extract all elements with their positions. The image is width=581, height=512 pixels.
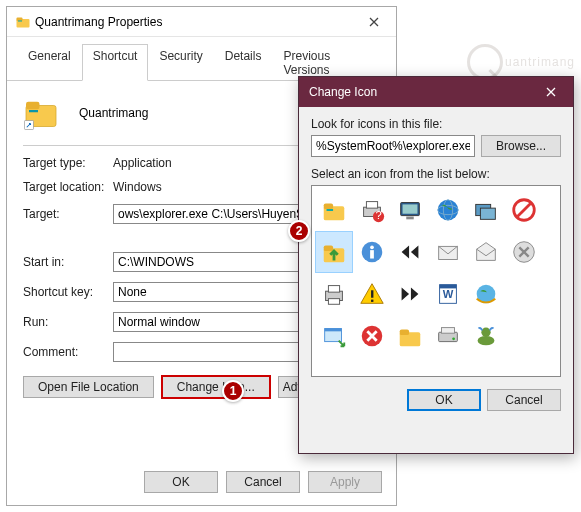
error-icon-glyph	[358, 322, 386, 350]
windows-stack-icon[interactable]	[468, 190, 504, 230]
svg-rect-15	[403, 204, 418, 213]
svg-point-17	[438, 200, 459, 221]
cross-grey-icon-glyph	[510, 238, 538, 266]
msn-icon[interactable]	[468, 316, 504, 356]
msn-icon-glyph	[472, 322, 500, 350]
properties-titlebar: Quantrimang Properties	[7, 7, 396, 37]
globe-icon-glyph	[434, 196, 462, 224]
change-icon-titlebar: Change Icon	[299, 77, 573, 107]
target-location-value: Windows	[113, 180, 162, 194]
shortcut-large-icon	[23, 95, 59, 131]
word-doc-icon[interactable]: W	[430, 274, 466, 314]
icon-list[interactable]: ?W	[311, 185, 561, 377]
blocked-icon[interactable]	[506, 190, 542, 230]
svg-point-27	[370, 245, 374, 249]
info-icon[interactable]	[354, 232, 390, 272]
svg-rect-32	[328, 286, 339, 293]
start-in-label: Start in:	[23, 255, 113, 269]
window-arrow-icon-glyph	[320, 322, 348, 350]
tab-general[interactable]: General	[17, 44, 82, 81]
blocked-icon-glyph	[510, 196, 538, 224]
dialog-cancel-button[interactable]: Cancel	[487, 389, 561, 411]
folder-icon[interactable]	[316, 190, 352, 230]
envelope-icon[interactable]	[430, 232, 466, 272]
drive-icon[interactable]	[430, 316, 466, 356]
blank-icon-glyph	[510, 280, 538, 308]
target-type-label: Target type:	[23, 156, 113, 170]
open-file-location-button[interactable]: Open File Location	[23, 376, 154, 398]
close-button[interactable]	[352, 7, 396, 37]
run-label: Run:	[23, 315, 113, 329]
fast-forward-icon-glyph	[396, 280, 424, 308]
icon-path-input[interactable]	[311, 135, 475, 157]
tab-shortcut[interactable]: Shortcut	[82, 44, 149, 81]
monitor-icon[interactable]	[392, 190, 428, 230]
dialog-buttons: OK Cancel Apply	[144, 471, 382, 493]
svg-rect-33	[328, 299, 339, 305]
svg-rect-34	[371, 290, 373, 297]
drive-icon-glyph	[434, 322, 462, 350]
folder-up-icon[interactable]	[316, 232, 352, 272]
error-icon[interactable]	[354, 316, 390, 356]
svg-rect-2	[18, 20, 22, 21]
svg-rect-25	[324, 245, 333, 251]
globe-net-icon[interactable]	[468, 274, 504, 314]
shortcut-key-label: Shortcut key:	[23, 285, 113, 299]
printer-help-icon[interactable]: ?	[354, 190, 390, 230]
look-for-label: Look for icons in this file:	[311, 117, 561, 131]
warning-icon[interactable]	[354, 274, 390, 314]
watermark-logo-icon	[467, 44, 503, 80]
rewind-icon[interactable]	[392, 232, 428, 272]
globe-icon[interactable]	[430, 190, 466, 230]
warning-icon-glyph	[358, 280, 386, 308]
svg-rect-44	[400, 329, 409, 335]
tab-security[interactable]: Security	[148, 44, 213, 81]
svg-point-48	[478, 336, 495, 345]
svg-point-46	[452, 337, 455, 340]
svg-rect-41	[325, 329, 342, 332]
dialog-close-button[interactable]	[529, 77, 573, 107]
dialog-ok-button[interactable]: OK	[407, 389, 481, 411]
close-icon	[369, 17, 379, 27]
blank-icon-glyph	[510, 322, 538, 350]
svg-rect-8	[324, 203, 333, 209]
change-icon-dialog: Change Icon Look for icons in this file:…	[298, 76, 574, 454]
envelope-open-icon-glyph	[472, 238, 500, 266]
envelope-open-icon[interactable]	[468, 232, 504, 272]
monitor-icon-glyph	[396, 196, 424, 224]
annotation-badge-1: 1	[222, 380, 244, 402]
close-icon	[546, 87, 556, 97]
globe-net-icon-glyph	[472, 280, 500, 308]
watermark-text: uantrimang	[505, 55, 575, 69]
blank-icon[interactable]	[506, 274, 542, 314]
svg-rect-16	[406, 217, 413, 220]
svg-rect-35	[371, 300, 373, 302]
change-icon-button[interactable]: Change Icon...	[162, 376, 270, 398]
browse-button[interactable]: Browse...	[481, 135, 561, 157]
printer-help-icon-glyph: ?	[358, 196, 386, 224]
envelope-icon-glyph	[434, 238, 462, 266]
printer-icon[interactable]	[316, 274, 352, 314]
svg-text:W: W	[443, 288, 454, 300]
target-label: Target:	[23, 207, 113, 221]
fast-forward-icon[interactable]	[392, 274, 428, 314]
window-arrow-icon[interactable]	[316, 316, 352, 356]
info-icon-glyph	[358, 238, 386, 266]
svg-rect-47	[441, 328, 454, 334]
dialog-title: Change Icon	[309, 85, 377, 99]
svg-rect-11	[366, 202, 377, 209]
windows-stack-icon-glyph	[472, 196, 500, 224]
blank-icon[interactable]	[506, 316, 542, 356]
comment-label: Comment:	[23, 345, 113, 359]
cancel-button[interactable]: Cancel	[226, 471, 300, 493]
select-icon-label: Select an icon from the list below:	[311, 167, 561, 181]
apply-button[interactable]: Apply	[308, 471, 382, 493]
svg-rect-21	[480, 208, 495, 219]
ok-button[interactable]: OK	[144, 471, 218, 493]
target-location-label: Target location:	[23, 180, 113, 194]
folder-plain-icon[interactable]	[392, 316, 428, 356]
cross-grey-icon[interactable]	[506, 232, 542, 272]
folder-plain-icon-glyph	[396, 322, 424, 350]
rewind-icon-glyph	[396, 238, 424, 266]
tab-details[interactable]: Details	[214, 44, 273, 81]
